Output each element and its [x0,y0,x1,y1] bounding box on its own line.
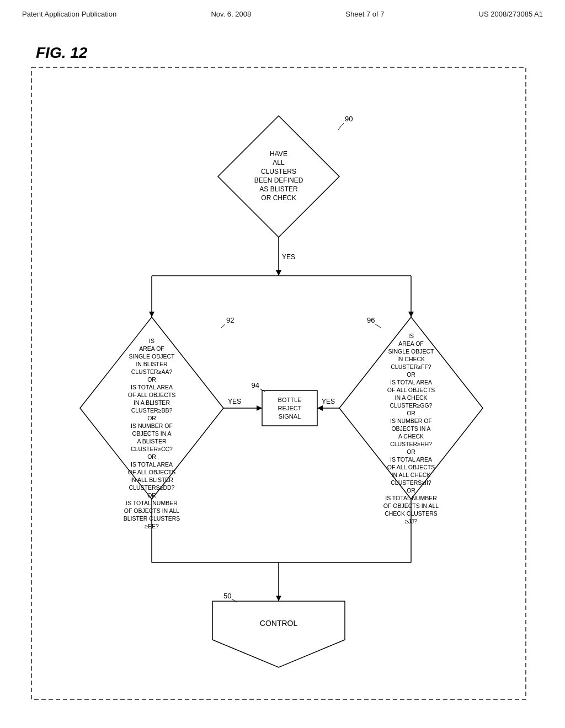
svg-marker-81 [276,596,281,601]
svg-text:IN A BLISTER: IN A BLISTER [134,399,170,406]
svg-line-41 [221,324,225,328]
svg-text:96: 96 [367,316,375,324]
svg-text:OR: OR [147,376,156,383]
svg-text:OF ALL OBJECTS: OF ALL OBJECTS [128,469,176,475]
svg-text:OR: OR [147,415,156,421]
svg-text:A BLISTER: A BLISTER [137,438,167,445]
svg-text:OF ALL OBJECTS: OF ALL OBJECTS [387,387,435,393]
svg-text:OF ALL OBJECTS: OF ALL OBJECTS [387,464,435,470]
svg-text:OR: OR [407,410,415,416]
svg-text:OR: OR [147,453,156,460]
svg-text:SINGLE OBJECT: SINGLE OBJECT [129,353,175,360]
header-left: Patent Application Publication [22,10,116,18]
svg-text:CLUSTERS≥DD?: CLUSTERS≥DD? [129,484,175,491]
svg-text:ALL: ALL [273,159,285,167]
svg-text:IN ALL CHECK: IN ALL CHECK [392,472,431,478]
svg-text:AS BLISTER: AS BLISTER [259,185,298,193]
svg-text:IS TOTAL AREA: IS TOTAL AREA [131,384,173,390]
svg-text:CLUSTERS: CLUSTERS [261,168,296,175]
svg-text:BEEN DEFINED: BEEN DEFINED [254,176,303,184]
header-sheet: Sheet 7 of 7 [345,10,384,18]
svg-text:YES: YES [228,398,241,405]
svg-text:IS TOTAL AREA: IS TOTAL AREA [131,461,173,468]
svg-text:YES: YES [282,253,295,261]
svg-text:IS TOTAL AREA: IS TOTAL AREA [390,379,432,386]
figure-label: FIG. 12 [36,44,87,62]
svg-text:90: 90 [345,115,353,123]
svg-text:HAVE: HAVE [270,150,287,158]
svg-text:YES: YES [322,398,335,405]
svg-line-64 [375,324,381,328]
page-header: Patent Application Publication Nov. 6, 2… [0,0,565,24]
svg-text:OBJECTS IN A: OBJECTS IN A [391,425,430,432]
header-center: Nov. 6, 2008 [211,10,251,18]
svg-text:IS: IS [149,338,154,344]
svg-text:OR CHECK: OR CHECK [261,194,296,202]
svg-text:SIGNAL: SIGNAL [279,413,301,420]
svg-marker-82 [212,601,345,667]
svg-text:IN A CHECK: IN A CHECK [395,394,428,401]
svg-line-9 [338,123,344,130]
svg-text:CLUSTER≥BB?: CLUSTER≥BB? [131,407,173,414]
svg-text:CLUSTER≥AA?: CLUSTER≥AA? [131,368,173,375]
svg-text:OR: OR [407,448,415,455]
svg-text:IS NUMBER OF: IS NUMBER OF [131,422,173,429]
svg-marker-75 [317,405,323,411]
svg-text:OBJECTS IN A: OBJECTS IN A [132,430,171,437]
svg-text:CLUSTER≥HH?: CLUSTER≥HH? [390,441,432,447]
flowchart-diagram: HAVE ALL CLUSTERS BEEN DEFINED AS BLISTE… [30,66,527,700]
svg-text:IN CHECK: IN CHECK [397,356,425,362]
svg-text:50: 50 [223,592,231,600]
header-right: US 2008/273085 A1 [479,10,543,18]
svg-text:REJECT: REJECT [278,405,302,411]
svg-marker-11 [276,270,281,276]
svg-text:IS NUMBER OF: IS NUMBER OF [390,417,432,424]
svg-text:CLUSTER≥CC?: CLUSTER≥CC? [131,446,173,452]
svg-text:92: 92 [226,316,234,324]
svg-text:CLUSTER≥FF?: CLUSTER≥FF? [391,363,431,370]
svg-text:IS: IS [408,333,414,339]
svg-text:OR: OR [407,371,415,378]
svg-text:IS TOTAL AREA: IS TOTAL AREA [390,456,432,463]
svg-text:CLUSTERS≥II?: CLUSTERS≥II? [391,479,431,486]
svg-marker-15 [149,312,154,317]
svg-text:94: 94 [252,381,259,389]
svg-text:CLUSTER≥GG?: CLUSTER≥GG? [390,402,433,409]
svg-marker-66 [257,405,262,411]
svg-text:OF ALL OBJECTS: OF ALL OBJECTS [128,392,176,398]
svg-text:AREA OF: AREA OF [398,340,424,347]
svg-text:BOTTLE: BOTTLE [278,397,302,403]
svg-text:IN BLISTER: IN BLISTER [136,361,168,367]
svg-text:SINGLE OBJECT: SINGLE OBJECT [388,348,434,355]
svg-text:IN ALL BLISTER: IN ALL BLISTER [130,477,173,483]
svg-text:CONTROL: CONTROL [260,619,298,628]
svg-text:AREA OF: AREA OF [139,345,164,352]
svg-marker-18 [408,312,414,317]
svg-text:A CHECK: A CHECK [398,433,424,440]
